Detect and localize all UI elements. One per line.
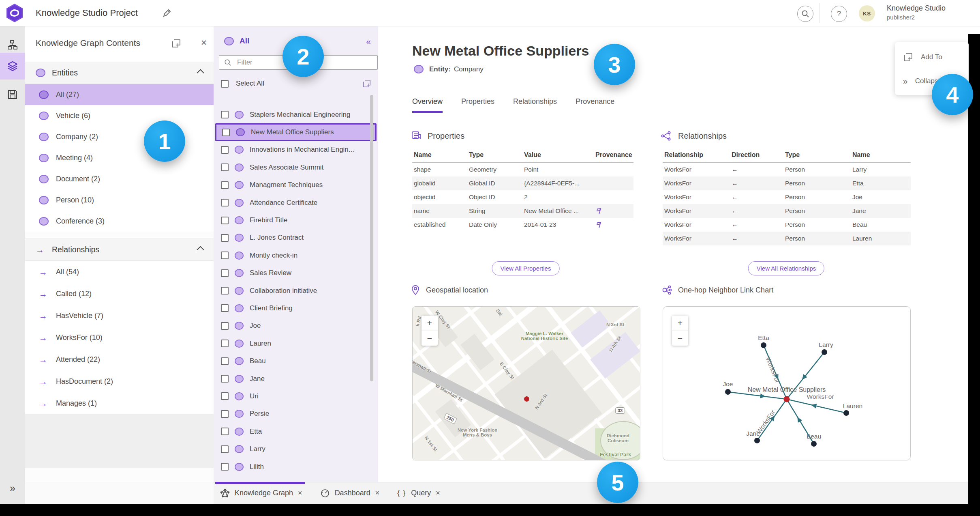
row-checkbox[interactable]: [221, 428, 229, 435]
collapse-entities-chevron-icon[interactable]: [197, 69, 204, 76]
relationship-link[interactable]: WorksFor: [663, 204, 730, 218]
related-entity-link[interactable]: Jane: [851, 204, 911, 218]
map-canvas[interactable]: k Rd W Clay St Sal N 3rd St Maggie L. Wa…: [413, 307, 640, 460]
row-checkbox[interactable]: [221, 392, 229, 400]
close-tab-icon[interactable]: [298, 489, 302, 497]
entity-instance-row[interactable]: Etta: [215, 423, 377, 440]
entity-type-row[interactable]: Document (2): [25, 168, 214, 189]
entity-instance-row[interactable]: Persie: [215, 405, 377, 423]
entity-type-row[interactable]: Meeting (4): [25, 147, 214, 168]
node-etta[interactable]: [761, 342, 766, 348]
entity-instance-row[interactable]: Managment Techniques: [215, 176, 377, 194]
provenance-flag-icon[interactable]: [594, 204, 633, 218]
row-checkbox[interactable]: [221, 146, 229, 154]
entity-instance-row[interactable]: Staplers Mechanical Engineering: [215, 106, 377, 123]
related-entity-link[interactable]: Etta: [851, 176, 911, 190]
zoom-in-button[interactable]: [422, 316, 438, 331]
entity-instance-row[interactable]: Montly check-in: [215, 247, 377, 264]
row-checkbox[interactable]: [221, 181, 229, 189]
entity-instance-row[interactable]: Client Briefing: [215, 299, 377, 317]
node-larry[interactable]: [822, 349, 827, 355]
node-center[interactable]: [784, 396, 790, 402]
expand-rail-icon[interactable]: [0, 482, 25, 494]
relationship-type-row[interactable]: WorksFor (10): [25, 327, 214, 348]
row-checkbox[interactable]: [221, 252, 229, 259]
row-checkbox[interactable]: [222, 129, 230, 136]
row-checkbox[interactable]: [221, 322, 229, 330]
entity-instance-row[interactable]: Joe: [215, 317, 377, 335]
row-checkbox[interactable]: [221, 217, 229, 224]
close-tab-icon[interactable]: [436, 489, 440, 497]
relationship-link[interactable]: WorksFor: [663, 232, 730, 245]
add-to-new-view-icon[interactable]: [171, 38, 182, 49]
row-checkbox[interactable]: [221, 445, 229, 453]
edit-title-pencil-icon[interactable]: [162, 8, 172, 18]
entity-instance-row[interactable]: Beau: [215, 352, 377, 370]
add-to-menu-item[interactable]: Add To: [903, 52, 942, 62]
relationship-link[interactable]: WorksFor: [663, 176, 730, 190]
link-chart-canvas[interactable]: Etta Larry Joe Lauren Jane Beau New Meta…: [663, 307, 910, 460]
entity-instance-row[interactable]: Lilith: [215, 458, 377, 475]
related-entity-link[interactable]: Larry: [851, 163, 911, 176]
relationships-group-header[interactable]: Relationships: [25, 239, 214, 261]
zoom-out-button[interactable]: [672, 331, 688, 346]
close-tab-icon[interactable]: [375, 489, 380, 497]
row-checkbox[interactable]: [221, 287, 229, 295]
row-checkbox[interactable]: [221, 463, 229, 471]
entity-instance-row[interactable]: New Metal Office Suppliers: [215, 123, 377, 141]
relationship-type-row[interactable]: Attended (22): [25, 348, 214, 370]
relationship-link[interactable]: WorksFor: [663, 163, 730, 176]
entity-type-row[interactable]: Person (10): [25, 189, 214, 211]
row-checkbox[interactable]: [221, 199, 229, 206]
entity-instance-row[interactable]: Attendance Certificate: [215, 194, 377, 211]
node-joe[interactable]: [725, 389, 731, 395]
entities-group-header[interactable]: Entities: [25, 62, 214, 84]
select-all-checkbox[interactable]: [221, 80, 229, 88]
relationship-type-row[interactable]: All (54): [25, 261, 214, 283]
entity-instance-row[interactable]: Jane: [215, 370, 377, 387]
relationship-link[interactable]: WorksFor: [663, 190, 730, 204]
add-to-new-view-icon[interactable]: [362, 79, 372, 88]
tab-dashboard[interactable]: Dashboard: [320, 488, 380, 498]
zoom-out-button[interactable]: [422, 331, 438, 346]
close-panel-icon[interactable]: [198, 37, 210, 49]
entity-type-row[interactable]: Conference (3): [25, 211, 214, 232]
entity-instance-row[interactable]: L. Jones Contract: [215, 229, 377, 247]
relationship-link[interactable]: WorksFor: [663, 218, 730, 232]
entity-type-row[interactable]: Vehicle (6): [25, 105, 214, 126]
row-checkbox[interactable]: [221, 163, 229, 171]
link-chart-widget[interactable]: Etta Larry Joe Lauren Jane Beau New Meta…: [663, 306, 911, 460]
relationship-type-row[interactable]: Called (12): [25, 283, 214, 305]
row-checkbox[interactable]: [221, 375, 229, 383]
related-entity-link[interactable]: Beau: [851, 218, 911, 232]
relationship-type-row[interactable]: Manages (1): [25, 392, 214, 414]
search-icon[interactable]: [797, 6, 813, 22]
avatar[interactable]: KS: [859, 5, 875, 22]
row-checkbox[interactable]: [221, 304, 229, 312]
row-checkbox[interactable]: [221, 340, 229, 347]
view-all-relationships-button[interactable]: View All Relationships: [748, 261, 824, 275]
row-checkbox[interactable]: [221, 269, 229, 277]
scrollbar[interactable]: [370, 95, 373, 381]
row-checkbox[interactable]: [221, 111, 229, 118]
row-checkbox[interactable]: [221, 410, 229, 418]
related-entity-link[interactable]: Joe: [851, 190, 911, 204]
collapse-relationships-chevron-icon[interactable]: [197, 246, 204, 253]
tab-knowledge-graph[interactable]: Knowledge Graph: [220, 488, 302, 498]
entity-instance-row[interactable]: Sales Associate Summit: [215, 159, 377, 176]
collapse-panel-icon[interactable]: [366, 37, 371, 46]
node-lauren[interactable]: [843, 410, 849, 416]
tab-provenance[interactable]: Provenance: [576, 97, 614, 113]
map-widget[interactable]: k Rd W Clay St Sal N 3rd St Maggie L. Wa…: [412, 306, 640, 460]
entity-instance-row[interactable]: Uri: [215, 387, 377, 405]
view-all-properties-button[interactable]: View All Properties: [492, 261, 560, 275]
relationship-type-row[interactable]: HasVehicle (7): [25, 305, 214, 327]
help-icon[interactable]: [831, 6, 847, 22]
node-beau[interactable]: [811, 441, 817, 447]
entity-instance-row[interactable]: Sales Review: [215, 264, 377, 282]
tab-overview[interactable]: Overview: [412, 97, 443, 113]
zoom-in-button[interactable]: [672, 316, 688, 331]
entity-instance-row[interactable]: Collaboration initiative: [215, 282, 377, 299]
entity-instance-row[interactable]: Larry: [215, 440, 377, 458]
layers-icon[interactable]: [0, 53, 25, 80]
